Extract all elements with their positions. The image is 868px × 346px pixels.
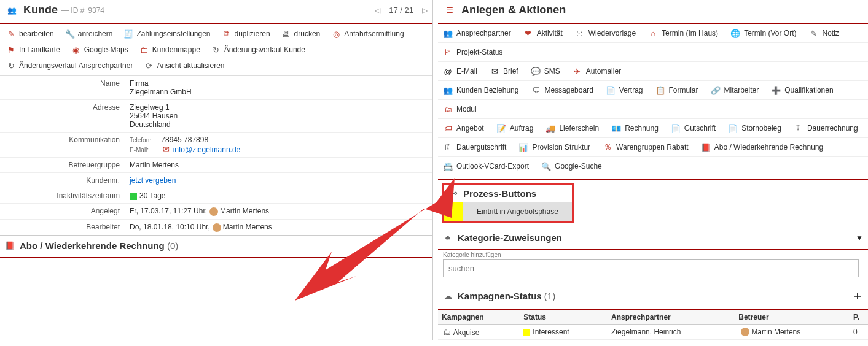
pager-prev[interactable]: ◁ bbox=[375, 6, 380, 15]
email-icon: @ bbox=[443, 66, 453, 76]
action-payment-settings[interactable]: 🧾Zahlungseinstellungen bbox=[122, 26, 211, 41]
action-form[interactable]: 📋Formular bbox=[654, 83, 700, 97]
map-label: In Landkarte bbox=[19, 45, 60, 54]
action-appt-inhouse[interactable]: ⌂Termin (Im Haus) bbox=[647, 26, 719, 40]
cancel-icon: 📄 bbox=[728, 123, 738, 133]
action-delivery[interactable]: 🚚Lieferschein bbox=[544, 121, 600, 135]
gsearch-label: Google-Suche bbox=[555, 162, 602, 171]
project-status-icon: 🏳 bbox=[443, 47, 453, 57]
order-label: Auftrag bbox=[510, 124, 534, 133]
action-provision[interactable]: 📊Provision Struktur bbox=[517, 140, 592, 154]
action-edit[interactable]: ✎bearbeiten bbox=[5, 26, 55, 41]
action-order[interactable]: 📝Auftrag bbox=[495, 121, 535, 135]
col-kampagnen: Kampagnen bbox=[438, 310, 520, 325]
action-row-1: 👥Ansprechpartner❤Aktivität⏲Wiedervorlage… bbox=[438, 24, 868, 43]
action-discount[interactable]: ％Warengruppen Rabatt bbox=[601, 140, 690, 154]
action-duplicate[interactable]: ⧉duplizieren bbox=[221, 26, 272, 41]
gmaps-icon: ◉ bbox=[71, 45, 81, 55]
refresh-label: Ansicht aktualisieren bbox=[157, 61, 224, 70]
kategorie-header[interactable]: ♣ Kategorie-Zuweisungen ▼ bbox=[438, 228, 868, 250]
action-gsearch[interactable]: 🔍Google-Suche bbox=[540, 160, 603, 173]
group-value: Martin Mertens bbox=[126, 158, 432, 172]
process-button[interactable]: Eintritt in Angebotsphase bbox=[463, 202, 572, 221]
action-map[interactable]: ⚑In Landkarte bbox=[5, 42, 61, 57]
note-icon: ✎ bbox=[808, 28, 818, 38]
action-print[interactable]: 🖶drucken bbox=[280, 26, 322, 41]
action-employee[interactable]: 🔗Mitarbeiter bbox=[710, 83, 760, 97]
add-campaign-button[interactable]: ＋ bbox=[852, 288, 863, 303]
sms-icon: 💬 bbox=[531, 66, 541, 76]
employee-label: Mitarbeiter bbox=[724, 86, 759, 94]
edited-value: Do, 18.01.18, 10:10 Uhr, bbox=[130, 223, 210, 231]
action-offer[interactable]: 🏷Angebot bbox=[442, 121, 485, 135]
credit-icon: 📄 bbox=[671, 123, 681, 133]
kategorie-search-input[interactable] bbox=[443, 260, 859, 277]
abo-section-header[interactable]: 📕 Abo / Wiederkehrende Rechnung (0) bbox=[0, 236, 432, 258]
action-qualif[interactable]: ➕Qualifikationen bbox=[770, 83, 834, 97]
print-icon: 🖶 bbox=[281, 29, 291, 39]
action-recurr-credit[interactable]: 🗓Dauergutschrift bbox=[442, 140, 507, 154]
appt-onsite-icon: 🌐 bbox=[730, 28, 740, 38]
comm-label: Kommunikation bbox=[0, 133, 126, 157]
action-activity[interactable]: ❤Aktivität bbox=[522, 26, 564, 40]
action-abo[interactable]: 📕Abo / Wiederkehrende Rechnung bbox=[700, 140, 824, 154]
action-appt-onsite[interactable]: 🌐Termin (Vor Ort) bbox=[729, 26, 797, 40]
abo-label: Abo / Wiederkehrende Rechnung bbox=[714, 143, 823, 152]
actions-title: Anlegen & Aktionen bbox=[461, 4, 566, 17]
id-prefix: — ID # bbox=[61, 6, 84, 15]
discount-icon: ％ bbox=[603, 142, 612, 152]
campaign-icon: ☁ bbox=[443, 291, 453, 301]
action-contract[interactable]: 📄Vertrag bbox=[604, 83, 644, 97]
action-folder[interactable]: 🗀Kundenmappe bbox=[138, 42, 201, 57]
process-icon: ⚯ bbox=[448, 189, 458, 199]
action-resub[interactable]: ⏲Wiedervorlage bbox=[574, 26, 637, 40]
action-history-contact[interactable]: ↻Änderungsverlauf Ansprechpartner bbox=[5, 58, 134, 73]
action-gmaps[interactable]: ◉Google-Maps bbox=[70, 42, 130, 57]
assign-custno-link[interactable]: jetzt vergeben bbox=[130, 176, 176, 185]
abo-title: Abo / Wiederkehrende Rechnung bbox=[20, 240, 165, 251]
action-automailer[interactable]: ✈Automailer bbox=[571, 64, 622, 78]
route-icon: ◎ bbox=[331, 29, 341, 39]
action-letter[interactable]: ✉Brief bbox=[488, 64, 520, 78]
action-module[interactable]: 🗂Modul bbox=[442, 102, 478, 116]
action-route[interactable]: ◎Anfahrtsermittlung bbox=[330, 26, 405, 41]
kampagne-header[interactable]: ☁ Kampagnen-Status (1) ＋ bbox=[438, 283, 868, 310]
action-msgboard[interactable]: 🗨Messageboard bbox=[530, 83, 594, 97]
action-note[interactable]: ✎Notiz bbox=[807, 26, 840, 40]
action-email[interactable]: @E-Mail bbox=[442, 64, 479, 78]
action-recurring[interactable]: 🗓Dauerrechnung bbox=[792, 121, 859, 135]
action-relation[interactable]: 👥Kunden Beziehung bbox=[442, 83, 520, 97]
email-link[interactable]: info@ziegelmann.de bbox=[173, 145, 241, 154]
custno-label: Kundennr. bbox=[0, 173, 126, 188]
action-enrich[interactable]: 🔧anreichern bbox=[64, 26, 114, 41]
action-contact[interactable]: 👥Ansprechpartner bbox=[442, 26, 512, 40]
action-project-status[interactable]: 🏳Projekt-Status bbox=[442, 45, 504, 59]
avatar-icon bbox=[741, 328, 749, 336]
pager: ◁ 17 / 21 ▷ bbox=[375, 6, 428, 15]
action-cancel[interactable]: 📄Stornobeleg bbox=[727, 121, 783, 135]
form-icon: 📋 bbox=[655, 85, 665, 95]
gsearch-icon: 🔍 bbox=[541, 161, 551, 171]
action-invoice[interactable]: 💶Rechnung bbox=[610, 121, 660, 135]
recurr-credit-label: Dauergutschrift bbox=[456, 143, 506, 152]
pager-next[interactable]: ▷ bbox=[422, 6, 428, 15]
action-history-customer[interactable]: ↻Änderungsverlauf Kunde bbox=[210, 42, 307, 57]
edit-icon: ✎ bbox=[6, 29, 16, 39]
col-ansprech: Ansprechpartner bbox=[608, 310, 735, 325]
contract-label: Vertrag bbox=[619, 86, 643, 94]
contact-label: Ansprechpartner bbox=[456, 29, 511, 37]
action-credit[interactable]: 📄Gutschrift bbox=[670, 121, 717, 135]
action-vcard[interactable]: 📇Outlook-VCard-Export bbox=[442, 160, 530, 173]
action-refresh[interactable]: ⟳Ansicht aktualisieren bbox=[143, 58, 225, 73]
history-contact-label: Änderungsverlauf Ansprechpartner bbox=[19, 61, 133, 70]
refresh-icon: ⟳ bbox=[144, 61, 154, 71]
letter-icon: ✉ bbox=[490, 66, 499, 76]
pager-pos: 17 / 21 bbox=[389, 6, 413, 15]
duplicate-icon: ⧉ bbox=[222, 29, 232, 39]
delivery-icon: 🚚 bbox=[545, 123, 555, 133]
enrich-icon: 🔧 bbox=[65, 29, 75, 39]
table-row[interactable]: 🗂 Akquise Interessent Ziegelmann, Heinri… bbox=[438, 325, 868, 340]
action-sms[interactable]: 💬SMS bbox=[530, 64, 561, 78]
print-label: drucken bbox=[294, 29, 321, 38]
email-label: E-Mail bbox=[456, 67, 477, 75]
